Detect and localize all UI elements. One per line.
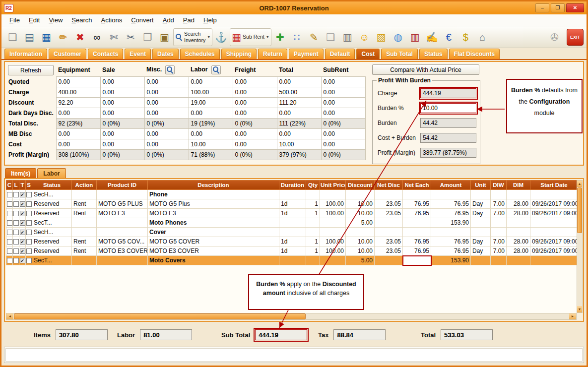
cut-sheet-button[interactable]: ✄ [106,28,122,46]
row-checkbox-s[interactable] [26,192,32,197]
tab-contacts[interactable]: Contacts [88,49,123,59]
menu-help[interactable]: Help [199,15,221,25]
edit-button[interactable]: ✏ [55,28,71,46]
gift-button[interactable]: ▧ [373,28,390,46]
minimize-button[interactable]: – [535,3,549,12]
row-checkbox-s[interactable] [26,239,32,245]
maximize-button[interactable]: ❐ [551,3,565,12]
horizontal-scroll-thumb[interactable] [14,313,306,319]
menu-convert[interactable]: Convert [127,15,158,25]
find-button[interactable]: ∞ [89,28,105,46]
new-document-button[interactable]: ❏ [4,28,21,46]
row-checkbox-c[interactable] [7,239,12,245]
row-checkbox-c[interactable] [7,201,12,207]
copy-button[interactable]: ❐ [139,28,156,46]
notepad-button[interactable]: ✍ [424,28,440,46]
row-checkbox-l[interactable] [13,211,19,216]
items-row-6[interactable]: ✔ReservedRentMOTO G5 COV...MOTO G5 COVER… [6,237,577,246]
items-row-2[interactable]: ✔ReservedRentMOTO G5 PLUSMOTO G5 Plus1d1… [6,199,577,209]
row-checkbox-l[interactable] [13,192,19,197]
scroll-up-button[interactable]: ▲ [577,181,582,187]
add-button[interactable]: ✚ [272,28,288,46]
row-checkbox-s[interactable] [26,230,32,235]
menu-view[interactable]: View [45,15,66,25]
tab-event[interactable]: Event [125,49,151,59]
smiley-button[interactable]: ☺ [356,28,373,46]
tab-default[interactable]: Default [325,49,355,59]
row-checkbox-t[interactable]: ✔ [20,211,25,216]
row-checkbox-c[interactable] [7,248,12,254]
burden-input-burden[interactable] [420,103,476,113]
tab-return[interactable]: Return [258,49,287,59]
row-checkbox-s[interactable] [26,248,32,254]
burden-input-charge[interactable] [420,88,476,98]
items-row-5[interactable]: ✔SecH...Cover [6,228,577,237]
menu-add[interactable]: Add [159,15,178,25]
globe-button[interactable]: ◍ [390,28,406,46]
delete-button[interactable]: ✖ [72,28,88,46]
print-preview-button[interactable]: ▥ [339,28,356,46]
tab-status[interactable]: Status [419,49,448,59]
burden-input-cost-burden[interactable] [420,133,476,143]
close-button[interactable]: ✕ [566,3,584,12]
refresh-button[interactable]: Refresh [8,65,54,75]
menu-search[interactable]: Search [67,15,96,25]
tab-flat-discounts[interactable]: Flat Discounts [449,49,500,59]
row-checkbox-c[interactable] [7,192,12,197]
items-row-1[interactable]: ✔SecH...Phone [6,190,577,199]
row-checkbox-t[interactable]: ✔ [20,192,25,197]
tab-shipping[interactable]: Shipping [221,49,257,59]
save-button[interactable]: ▦ [38,28,55,46]
tab-dates[interactable]: Dates [152,49,179,59]
row-checkbox-l[interactable] [13,230,19,235]
row-checkbox-c[interactable] [7,258,12,263]
menu-file[interactable]: File [5,15,24,25]
scroll-left-button[interactable]: ◄ [6,313,13,319]
search-labor-button[interactable] [211,65,221,74]
tab-customer[interactable]: Customer [49,49,86,59]
menu-pad[interactable]: Pad [179,15,198,25]
search-inventory-button[interactable]: Search Inventory▼ [173,28,212,46]
tab-payment[interactable]: Payment [289,49,324,59]
row-checkbox-t[interactable]: ✔ [20,230,25,235]
menu-edit[interactable]: Edit [25,15,44,25]
burden-input-burden[interactable] [420,118,476,128]
tab-labor[interactable]: Labor [37,168,65,178]
horizontal-scrollbar[interactable]: ◄ ► [6,313,577,320]
anchor-button[interactable]: ⚓ [213,28,229,46]
print-button[interactable]: ▤ [21,28,38,46]
tab-sub-total[interactable]: Sub Total [381,49,418,59]
vertical-scroll-thumb[interactable] [577,187,582,233]
items-row-7[interactable]: ✔ReservedRentMOTO E3 COVERMOTO E3 COVER1… [6,246,577,256]
bank-button[interactable]: ⌂ [474,28,491,46]
row-checkbox-l[interactable] [13,239,19,245]
row-checkbox-l[interactable] [13,201,19,207]
tab-item-s[interactable]: Item(s) [5,168,36,178]
plug-button[interactable]: ✇ [546,28,563,46]
cards-button[interactable]: ❑ [323,28,339,46]
row-checkbox-s[interactable] [26,201,32,207]
search-misc-button[interactable] [165,65,175,74]
row-checkbox-t[interactable]: ✔ [20,239,25,245]
row-checkbox-t[interactable]: ✔ [20,258,25,263]
row-checkbox-c[interactable] [7,220,12,226]
money-button[interactable]: $ [457,28,474,46]
row-checkbox-c[interactable] [7,211,12,216]
scroll-down-button[interactable]: ▼ [577,306,582,312]
items-row-8[interactable]: ✔SecT...Moto Covers5.00153.90 [6,256,577,265]
options-button[interactable]: ∷ [289,28,305,46]
compare-with-actual-price-button[interactable]: Compare With Actual Price [372,64,479,75]
row-checkbox-t[interactable]: ✔ [20,248,25,254]
edit-note-button[interactable]: ✎ [306,28,322,46]
row-checkbox-t[interactable]: ✔ [20,220,25,226]
cut-button[interactable]: ✂ [123,28,139,46]
row-checkbox-l[interactable] [13,220,19,226]
row-checkbox-s[interactable] [26,220,32,226]
books-button[interactable]: ▥ [407,28,423,46]
currency-button[interactable]: € [441,28,457,46]
burden-input-profit-margin[interactable] [420,148,476,158]
tab-schedules[interactable]: Schedules [180,49,220,59]
row-checkbox-s[interactable] [26,211,32,216]
items-row-3[interactable]: ✔ReservedRentMOTO E3MOTO E31d1100.0010.0… [6,209,577,218]
exit-button[interactable]: EXIT [567,29,584,46]
